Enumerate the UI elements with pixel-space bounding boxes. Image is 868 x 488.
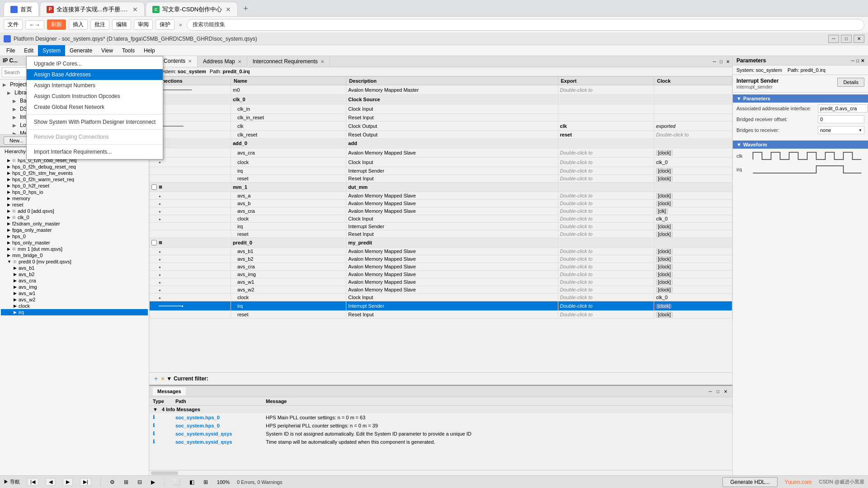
row-predit0-avs-b2[interactable]: ● avs_b2 Avalon Memory Mapped Slave Doub… <box>150 255 732 263</box>
menu-assign-opcodes[interactable]: Assign Custom Instruction Opcodes <box>27 91 163 102</box>
tab-csdn[interactable]: C 写文章-CSDN创作中心 ✕ <box>146 2 238 16</box>
tab-ctrl-minimize[interactable]: ─ <box>712 59 717 64</box>
tab-interconnect-close[interactable]: ✕ <box>321 59 324 64</box>
messages-scrollbar[interactable] <box>149 470 732 475</box>
h-hps0[interactable]: ▶ hps_0 <box>1 233 148 239</box>
h-avs-b2[interactable]: ▶ avs_b2 <box>1 271 148 277</box>
h-hps-h2f-reset[interactable]: ▶ hps_0_h2f_reset <box>1 183 148 189</box>
params-close[interactable]: ✕ <box>861 58 864 63</box>
msg-row-1[interactable]: ℹ soc_system.hps_0 HPS Main PLL counter … <box>149 413 732 422</box>
toolbar-nav-btn[interactable]: ←→ <box>25 20 44 29</box>
row-clk0[interactable]: ⊞ clk_0 Clock Source <box>150 95 732 104</box>
msg-minimize[interactable]: ─ <box>708 389 713 394</box>
predit0-check[interactable] <box>151 240 157 245</box>
toolbar-refresh-btn[interactable]: 刷新 <box>47 19 66 30</box>
menu-system[interactable]: System <box>38 45 65 56</box>
params-bridges-combo[interactable]: none ▼ <box>818 126 864 134</box>
h-clock[interactable]: ▶ clock <box>1 303 148 309</box>
url-bar[interactable]: 搜索功能搜集 <box>187 19 864 31</box>
h-avs-w1[interactable]: ▶ avs_w1 <box>1 290 148 296</box>
params-offset-input[interactable] <box>818 115 864 123</box>
row-predit0-avs-b1[interactable]: ● avs_b1 Avalon Memory Mapped Slave Doub… <box>150 248 732 255</box>
menu-assign-interrupt[interactable]: Assign Interrupt Numbers <box>27 80 163 91</box>
params-minimize[interactable]: ─ <box>851 58 854 63</box>
close-button[interactable]: ✕ <box>854 35 864 43</box>
row-mm1-clock[interactable]: ● clock Clock Input Double-click to clk_… <box>150 215 732 223</box>
h-hps-debug[interactable]: ▶ hps_0_f2h_debug_reset_req <box>1 164 148 170</box>
minimize-button[interactable]: ─ <box>828 35 839 43</box>
menu-show-system[interactable]: Show System With Platform Designer Inter… <box>27 117 163 127</box>
menu-create-reset[interactable]: Create Global Reset Network <box>27 102 163 113</box>
menu-file[interactable]: File <box>2 45 19 56</box>
tab-csdn-close[interactable]: ✕ <box>226 6 231 13</box>
row-predit0-avs-w1[interactable]: ● avs_w1 Avalon Memory Mapped Slave Doub… <box>150 278 732 286</box>
msg-close[interactable]: ✕ <box>722 389 729 394</box>
tab-contents-close[interactable]: ✕ <box>188 59 192 64</box>
row-predit0-reset[interactable]: reset Reset Input Double-click to [clock… <box>150 311 732 319</box>
row-predit0-avs-w2[interactable]: ● avs_w2 Avalon Memory Mapped Slave Doub… <box>150 286 732 294</box>
tool-alt-icon[interactable]: ◧ <box>189 479 194 485</box>
tool-collapse-icon[interactable]: ⊟ <box>137 479 142 485</box>
msg-row-2[interactable]: ℹ soc_system.hps_0 HPS peripherial PLL c… <box>149 422 732 430</box>
row-predit0-irq[interactable]: ━━━━━━━━━━● irq Interrupt Sender Double-… <box>150 301 732 311</box>
toolbar-review-btn[interactable]: 审阅 <box>134 19 153 30</box>
tool-box-icon[interactable]: ⬜ <box>174 479 180 485</box>
h-hps-warm[interactable]: ▶ hps_0_f2h_warm_reset_req <box>1 176 148 183</box>
menu-view[interactable]: View <box>97 45 118 56</box>
h-clk0[interactable]: ▶ ⊞ clk_0 <box>1 214 148 221</box>
h-avs-cra[interactable]: ▶ avs_cra <box>1 277 148 284</box>
h-avs-img[interactable]: ▶ avs_img <box>1 284 148 290</box>
msg-expand[interactable]: □ <box>715 389 721 394</box>
row-clk-reset[interactable]: clk_reset Reset Output reset Double-clic… <box>150 131 732 139</box>
params-assoc-input[interactable] <box>818 104 868 113</box>
tab-ctrl-expand[interactable]: □ <box>719 59 723 64</box>
tab-interconnect[interactable]: Interconnect Requirements ✕ <box>247 56 330 66</box>
new-btn[interactable]: New... <box>4 136 29 145</box>
row-m0[interactable]: ●━━━━━━━━━━━━━━━━ m0 Avalon Memory Mappe… <box>150 85 732 95</box>
h-hps-only[interactable]: ▶ hps_only_master <box>1 239 148 246</box>
tab-ctrl-close[interactable]: ✕ <box>725 59 731 64</box>
row-add0-reset[interactable]: reset Reset Input Double-click to [clock… <box>150 175 732 183</box>
nav-last[interactable]: ▶| <box>80 478 91 486</box>
tool-split-icon[interactable]: ⊞ <box>203 479 208 485</box>
play-icon[interactable]: ▶ <box>151 479 155 485</box>
toolbar-remove-icon[interactable]: × <box>161 375 165 382</box>
toolbar-add-icon[interactable]: ＋ <box>153 375 159 383</box>
toolbar-more[interactable]: » <box>177 22 184 28</box>
toolbar-protect-btn[interactable]: 保护 <box>156 19 175 30</box>
h-irq[interactable]: ▶ irq <box>1 309 148 315</box>
toolbar-annotate-btn[interactable]: 批注 <box>90 19 109 30</box>
row-clk-in[interactable]: ─○ clk_in Clock Input <box>150 104 732 114</box>
h-add0[interactable]: ▶ ⊞ add 0 [add.qsvs] <box>1 208 148 214</box>
row-predit0-avs-cra[interactable]: ● avs_cra Avalon Memory Mapped Slave Dou… <box>150 263 732 271</box>
row-add0-irq[interactable]: irq Interrupt Sender Double-click to [cl… <box>150 167 732 175</box>
h-fpga[interactable]: ▶ fpga_only_master <box>1 227 148 233</box>
h-mm-bridge[interactable]: ▶ mm_bridge_0 <box>1 252 148 258</box>
nav-first[interactable]: |◀ <box>27 478 38 486</box>
row-predit0-avs-img[interactable]: ● avs_img Avalon Memory Mapped Slave Dou… <box>150 271 732 278</box>
menu-help[interactable]: Help <box>139 45 160 56</box>
row-predit0-clock[interactable]: ● clock Clock Input Double-click to clk_… <box>150 294 732 301</box>
h-f2sdram[interactable]: ▶ f2sdram_only_master <box>1 221 148 227</box>
row-clk-in-reset[interactable]: clk_in_reset Reset Input <box>150 114 732 122</box>
details-button[interactable]: Details <box>837 78 864 87</box>
row-add0-avs-cra[interactable]: ● avs_cra Avalon Memory Mapped Slave Dou… <box>150 148 732 158</box>
new-tab-button[interactable]: + <box>239 1 253 16</box>
h-memory[interactable]: ▶ memory <box>1 195 148 202</box>
generate-hdl-button[interactable]: Generate HDL... <box>722 477 777 487</box>
row-add0[interactable]: ⊞ add_0 add <box>150 139 732 148</box>
menu-edit[interactable]: Edit <box>19 45 38 56</box>
row-mm1-avs-cra[interactable]: ● avs_cra Avalon Memory Mapped Slave Dou… <box>150 207 732 215</box>
params-expand[interactable]: □ <box>856 58 859 63</box>
menu-import-interface[interactable]: Import Interface Requirements... <box>27 146 163 157</box>
messages-tab[interactable]: Messages <box>153 387 186 395</box>
msg-row-4[interactable]: ℹ soc_system.sysid_qsys Time stamp will … <box>149 438 732 446</box>
menu-generate[interactable]: Generate <box>65 45 97 56</box>
tool-expand-icon[interactable]: ⊞ <box>124 479 128 485</box>
params-section-waveform[interactable]: ▼ Waveform <box>733 141 868 149</box>
h-hps-stm[interactable]: ▶ hps_0_f2h_stm_hw_events <box>1 170 148 176</box>
menu-upgrade-ip[interactable]: Upgrade IP Cores... <box>27 58 163 69</box>
h-reset[interactable]: ▶ reset <box>1 202 148 208</box>
row-mm1-irq[interactable]: irq Interrupt Sender Double-click to [cl… <box>150 223 732 230</box>
tab-pdf-close[interactable]: ✕ <box>132 6 138 13</box>
